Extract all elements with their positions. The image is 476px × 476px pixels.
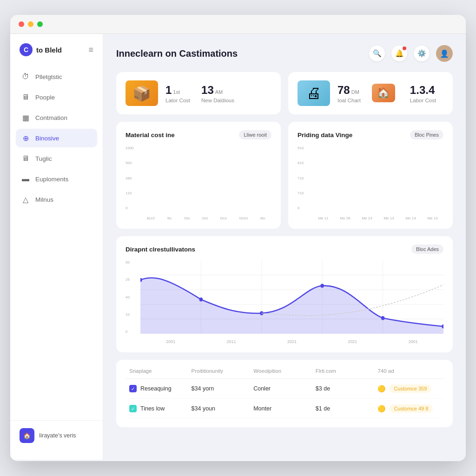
stat-label-3: Ioal Chart: [337, 98, 361, 103]
screen-icon: 🖥: [21, 154, 30, 163]
stat-image-far-right: 🏠: [372, 84, 395, 102]
stat-item-chart: 78 DM Ioal Chart: [337, 84, 361, 103]
sidebar-item-tuglic[interactable]: 🖥 Tuglic: [16, 149, 97, 168]
stat-value-2: 13 AM: [201, 84, 234, 97]
stat-group-right: 78 DM Ioal Chart 🏠 1.3.4 Lab: [337, 84, 436, 103]
pricing-chart-title: Priding data Vinge: [298, 132, 352, 139]
y-axis-labels-pricing: 5106107107100: [298, 146, 304, 210]
distribution-chart: Dirapnt clrestullivatons Bloc Ades 50254…: [116, 236, 453, 352]
cell-name-1: ✓ Reseaquing: [129, 385, 192, 392]
dist-chart-badge[interactable]: Bloc Ades: [411, 245, 443, 254]
rect-icon: ▬: [21, 175, 30, 183]
sidebar-item-label: Tuglic: [35, 155, 52, 162]
cell-value-2: $1 de: [316, 405, 378, 412]
stat-label-1: Lator Cost: [165, 98, 190, 103]
stat-value-4: 1.3.4: [410, 84, 436, 97]
cell-value-1: $3 de: [316, 385, 378, 392]
stat-item-labor: 1 1st Lator Cost: [165, 84, 190, 103]
app-body: C to Bleld ≡ ⏱ Plletgtstic 🖥 Poople ▦ Co…: [10, 34, 466, 460]
x-axis-dist: 20012011202120212001: [140, 339, 443, 344]
search-button[interactable]: 🔍: [369, 46, 385, 61]
table-row: ✓ Reseaquing $34 yorn Conler $3 de 🟡 Cus…: [126, 379, 443, 399]
settings-button[interactable]: ⚙️: [414, 46, 430, 61]
status-badge-1: Customce 359: [389, 384, 431, 393]
clock-icon: ⏱: [21, 73, 30, 81]
stat-item-new: 13 AM New Daldious: [201, 84, 234, 103]
sidebar-item-poople[interactable]: 🖥 Poople: [16, 88, 97, 106]
cell-profit-1: $34 yorn: [192, 385, 254, 392]
table-row: ✓ Tines low $34 youn Monter $1 de 🟡 Cust…: [126, 399, 443, 419]
triangle-icon: △: [21, 195, 30, 204]
sidebar-nav: ⏱ Plletgtstic 🖥 Poople ▦ Contmation ⊕ Bi…: [10, 67, 103, 420]
stat-item-value: 1.3.4 Labor Cost: [410, 84, 436, 103]
stat-image-left: 📦: [126, 80, 158, 106]
col-header-flrti: Flrti.com: [316, 368, 378, 374]
sidebar: C to Bleld ≡ ⏱ Plletgtstic 🖥 Poople ▦ Co…: [10, 34, 103, 460]
cell-name-2: ✓ Tines low: [129, 405, 192, 412]
material-chart-badge[interactable]: Lliwe rooit: [239, 130, 271, 139]
header-actions: 🔍 🔔 ⚙️ 👤: [369, 45, 453, 62]
x-axis-labels: AU/2ftoOioDctDcoNOctitto: [140, 216, 271, 220]
notification-button[interactable]: 🔔: [391, 46, 407, 61]
charts-row: Material cost ine Lliwe rooit 2300900280…: [116, 122, 453, 229]
bars-container: [140, 146, 271, 210]
stat-item-labor2: 🏠: [372, 84, 399, 103]
minimize-dot[interactable]: [28, 21, 33, 27]
stat-card-left: 📦 1 1st Lator Cost 13 AM: [116, 72, 281, 114]
dist-chart-title: Dirapnt clrestullivatons: [126, 246, 195, 253]
y-axis-labels: 23009002801100: [126, 146, 134, 210]
main-header: Inneclearn on Castimations 🔍 🔔 ⚙️ 👤: [116, 45, 453, 62]
sidebar-item-label: Milnus: [35, 196, 53, 203]
sidebar-item-milnus[interactable]: △ Milnus: [16, 190, 97, 209]
cell-status-2: 🟡 Customce 49 8: [377, 404, 440, 413]
checkbox-1[interactable]: ✓: [129, 385, 137, 392]
stat-group-left: 1 1st Lator Cost 13 AM New Daldious: [165, 84, 234, 103]
data-table: Sriaplage Proititionunily Woeolpition Fl…: [116, 360, 453, 427]
stat-card-right: 🖨 78 DM Ioal Chart 🏠: [288, 72, 453, 114]
sidebar-item-binosive[interactable]: ⊕ Binosive: [16, 129, 97, 147]
bar-chart-pricing: 5106107107100 Me 11Mo 35Me 23Me 13Mo 14M…: [298, 146, 443, 220]
sidebar-item-label: Euploments: [35, 176, 68, 183]
stat-value-1: 1 1st: [165, 84, 190, 97]
material-cost-chart: Material cost ine Lliwe rooit 2300900280…: [116, 122, 281, 229]
title-bar: [10, 15, 466, 34]
col-header-proitition: Proititionunily: [192, 368, 254, 374]
stat-label-4: Labor Cost: [410, 98, 436, 103]
stat-value-3: 78 DM: [337, 84, 361, 97]
status-badge-2: Customce 49 8: [389, 404, 433, 413]
sidebar-logo: C to Bleld ≡: [10, 43, 103, 67]
app-window: C to Bleld ≡ ⏱ Plletgtstic 🖥 Poople ▦ Co…: [10, 15, 466, 461]
pricing-chart: Priding data Vinge Bloc Pines 5106107107…: [288, 122, 453, 229]
area-chart: 502540100: [126, 260, 443, 344]
col-header-sriaplage: Sriaplage: [129, 368, 192, 374]
svg-point-9: [199, 298, 203, 301]
monitor-icon: 🖥: [21, 93, 30, 101]
cell-profit-2: $34 youn: [192, 405, 254, 412]
close-dot[interactable]: [19, 21, 24, 27]
checkbox-2[interactable]: ✓: [129, 405, 137, 412]
sidebar-item-plletgtstic[interactable]: ⏱ Plletgtstic: [16, 67, 97, 86]
main-content: Inneclearn on Castimations 🔍 🔔 ⚙️ 👤 📦: [103, 34, 466, 460]
maximize-dot[interactable]: [37, 21, 43, 27]
pricing-chart-badge[interactable]: Bloc Pines: [410, 130, 443, 139]
y-axis-dist: 502540100: [126, 260, 130, 334]
grid-icon: ▦: [21, 113, 30, 122]
cell-status-1: 🟡 Customce 359: [377, 384, 440, 393]
sidebar-item-label: Plletgtstic: [35, 73, 62, 80]
table-header: Sriaplage Proititionunily Woeolpition Fl…: [126, 368, 443, 379]
x-axis-labels-pricing: Me 11Mo 35Me 23Me 13Mo 14Me 14: [312, 216, 443, 220]
stat-image-right: 🖨: [298, 80, 330, 106]
user-avatar[interactable]: 👤: [436, 45, 453, 62]
menu-button[interactable]: ≡: [88, 45, 93, 55]
sidebar-item-euploments[interactable]: ▬ Euploments: [16, 170, 97, 188]
area-svg: [140, 260, 443, 334]
sidebar-item-contmation[interactable]: ▦ Contmation: [16, 108, 97, 127]
circle-plus-icon: ⊕: [21, 134, 30, 142]
bar-chart-material: 23009002801100: [126, 146, 271, 220]
sidebar-item-label: Contmation: [35, 114, 67, 121]
sidebar-footer: 🏠 Iirayate's veris: [10, 420, 103, 450]
logo-icon: C: [20, 43, 33, 56]
chart-header-material: Material cost ine Lliwe rooit: [126, 130, 271, 139]
stat-label-2: New Daldious: [201, 98, 234, 103]
svg-point-11: [320, 284, 324, 288]
